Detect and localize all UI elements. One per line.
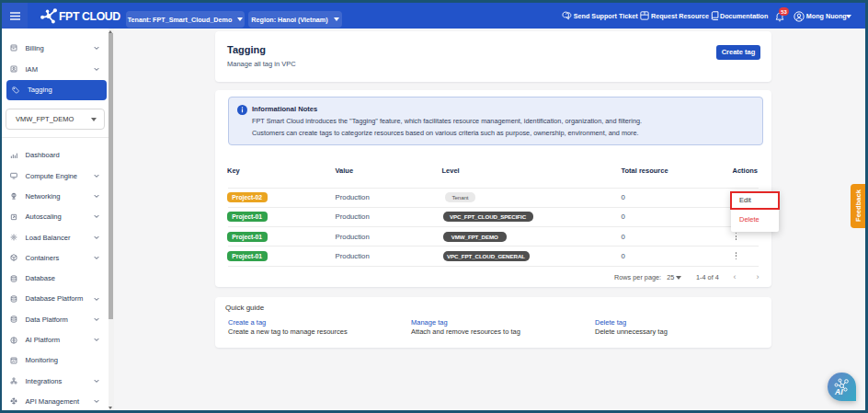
svg-text:AI: AI — [834, 387, 843, 396]
